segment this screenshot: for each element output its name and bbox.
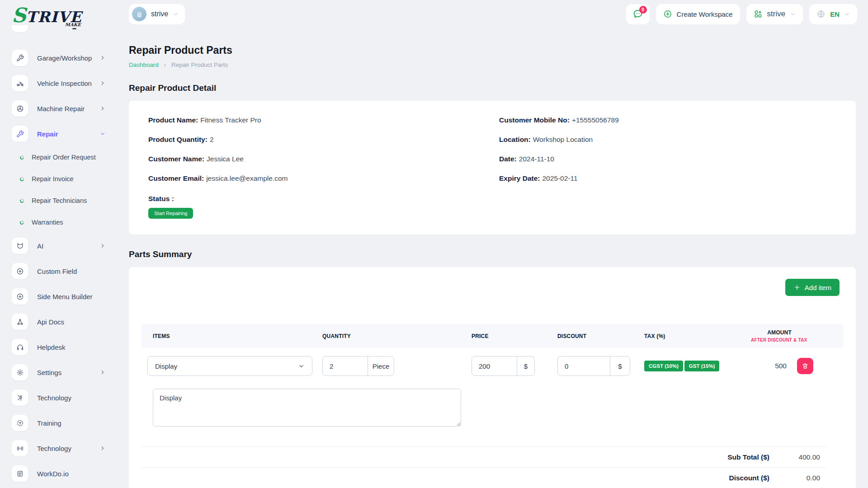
sidebar-item-label: Side Menu Builder <box>37 293 108 300</box>
sidebar-item-label: Repair Order Request <box>32 154 108 161</box>
building-icon <box>132 7 146 21</box>
create-workspace-label: Create Workspace <box>677 10 733 18</box>
discount-input[interactable] <box>558 357 610 375</box>
messages-button[interactable]: 0 <box>626 4 650 24</box>
app-switcher[interactable]: strive <box>746 4 803 24</box>
sidebar-item-label: Helpdesk <box>37 343 108 351</box>
totals: Sub Total ($) 400.00 Discount ($) 0.00 <box>142 446 826 488</box>
field-value: Workshop Location <box>533 136 593 143</box>
field-value: jessica.lee@example.com <box>206 174 288 182</box>
field-value: +15555056789 <box>572 116 619 124</box>
sidebar-item-label: Custom Field <box>37 267 108 275</box>
plus-circle-icon <box>12 288 28 305</box>
sidebar-item[interactable]: Custom Field <box>12 263 108 279</box>
add-item-row: Add item <box>142 279 843 296</box>
field-value: Jessica Lee <box>207 155 244 163</box>
item-select[interactable]: Display <box>147 356 312 376</box>
sidebar-item-label: Repair <box>37 130 99 138</box>
breadcrumb-separator-icon: › <box>164 62 166 68</box>
detail-heading: Repair Product Detail <box>129 83 856 93</box>
col-items: ITEMS <box>142 333 322 339</box>
sidebar-item-label: Machine Repair <box>37 105 99 113</box>
amount-value: 500 <box>751 362 797 370</box>
sidebar-item[interactable]: WorkDo.io <box>12 465 108 482</box>
create-workspace-button[interactable]: Create Workspace <box>656 4 740 24</box>
sidebar-item-label: Repair Invoice <box>32 175 108 183</box>
total-value: 0.00 <box>769 474 826 482</box>
machine-icon <box>12 100 28 117</box>
sidebar-item[interactable]: Technology <box>12 440 108 456</box>
col-quantity: QUANTITY <box>322 333 472 339</box>
col-amount-note: AFTER DISCOUNT & TAX <box>751 338 792 343</box>
sidebar-item[interactable]: Vehicle Inspection <box>12 75 108 91</box>
workspace-chip[interactable]: strive <box>129 4 185 24</box>
ai-icon <box>12 238 28 254</box>
language-switcher[interactable]: EN <box>809 4 857 24</box>
sidebar-item[interactable]: Training <box>12 415 108 431</box>
detail-field: Location:Workshop Location <box>499 135 836 145</box>
sidebar-item[interactable]: AI <box>12 238 108 254</box>
item-cell: Display <box>142 356 322 376</box>
sidebar-item[interactable]: Repair Order Request <box>12 151 108 164</box>
item-description-textarea[interactable]: Display <box>153 389 461 427</box>
breadcrumb-current: Repair Product Parts <box>171 61 228 68</box>
sidebar-item[interactable]: Api Docs <box>12 314 108 330</box>
detail-field: Expiry Date:2025-02-11 <box>499 174 836 183</box>
globe-icon <box>816 9 826 19</box>
sidebar-item-label: Vehicle Inspection <box>37 80 99 87</box>
discount-currency: $ <box>610 357 630 375</box>
total-label: Sub Total ($) <box>727 453 769 461</box>
headset-icon <box>12 339 28 355</box>
sidebar-item[interactable]: Repair Invoice <box>12 173 108 185</box>
sidebar-item[interactable]: Garage/Workshop <box>12 50 108 66</box>
detail-field: Product Name:Fitness Tracker Pro <box>148 115 486 125</box>
chevron-down-icon <box>844 11 850 17</box>
language-label: EN <box>830 10 840 18</box>
chevron-right-icon <box>99 80 106 86</box>
add-item-label: Add item <box>805 284 831 291</box>
plus-circle-icon <box>663 9 672 19</box>
field-value: 2 <box>210 136 214 143</box>
chevron-right-icon <box>99 369 106 375</box>
tax-badge: CGST (10%) <box>644 361 683 371</box>
api-icon <box>12 314 28 330</box>
sidebar-item[interactable]: Helpdesk <box>12 339 108 355</box>
sidebar-item[interactable]: Repair <box>12 126 108 142</box>
sidebar-item[interactable]: Technology <box>12 389 108 406</box>
sidebar-item[interactable]: Warranties <box>12 216 108 229</box>
quantity-input[interactable] <box>323 357 368 375</box>
training-icon <box>12 415 28 431</box>
start-repairing-button[interactable]: Start Repairing <box>148 208 193 219</box>
col-price: PRICE <box>472 333 557 339</box>
col-amount-label: AMOUNT <box>767 329 792 336</box>
delete-row-button[interactable] <box>797 358 813 374</box>
sidebar-item[interactable]: Repair Technicians <box>12 194 108 207</box>
sidebar-item[interactable]: Settings <box>12 364 108 380</box>
field-label: Product Name: <box>148 116 198 124</box>
sidebar-item[interactable]: Side Menu Builder <box>12 288 108 305</box>
breadcrumb-dashboard-link[interactable]: Dashboard <box>129 61 159 68</box>
tax-badge: GST (15%) <box>684 361 720 371</box>
col-tax: TAX (%) <box>644 333 751 339</box>
price-input[interactable] <box>472 357 517 375</box>
field-label: Customer Name: <box>148 155 204 163</box>
tax-cell: CGST (10%)GST (15%) <box>644 361 751 371</box>
messages-badge: 0 <box>639 6 647 14</box>
trash-icon <box>802 362 809 370</box>
breadcrumb: Dashboard › Repair Product Parts <box>129 61 856 68</box>
plus-icon <box>793 284 801 291</box>
logo-letter: S <box>12 4 26 27</box>
motorcycle-icon <box>12 75 28 91</box>
sidebar-item-label: Repair Technicians <box>32 197 108 204</box>
main-content: Repair Product Parts Dashboard › Repair … <box>129 44 856 488</box>
chevron-down-icon <box>173 11 179 17</box>
app-logo[interactable]: STRIVE MAKE <box>12 4 82 27</box>
sidebar-item-label: Training <box>37 419 108 427</box>
field-value: Fitness Tracker Pro <box>200 116 261 124</box>
hub-icon <box>12 389 28 406</box>
add-item-button[interactable]: Add item <box>785 279 840 296</box>
quantity-cell: Piece <box>322 356 472 376</box>
sidebar: STRIVE MAKE Garage/Workshop Vehicle Insp… <box>0 0 118 488</box>
app-switcher-label: strive <box>767 9 786 19</box>
sidebar-item[interactable]: Machine Repair <box>12 100 108 117</box>
